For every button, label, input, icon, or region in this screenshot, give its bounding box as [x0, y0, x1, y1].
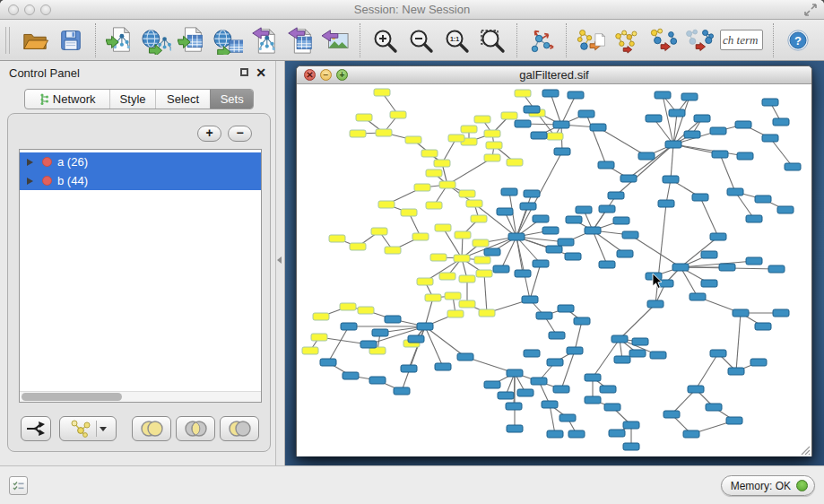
graph-node-yellow[interactable]	[473, 239, 489, 247]
graph-node-blue[interactable]	[553, 386, 569, 393]
graph-node-blue[interactable]	[507, 425, 523, 432]
graph-node-blue[interactable]	[664, 411, 680, 418]
graph-node-blue[interactable]	[726, 417, 742, 424]
graph-node-blue[interactable]	[520, 203, 536, 210]
graph-node-blue[interactable]	[746, 257, 762, 265]
graph-node-yellow[interactable]	[439, 273, 455, 280]
graph-node-blue[interactable]	[733, 309, 749, 317]
graph-node-blue[interactable]	[777, 206, 794, 213]
close-panel-icon[interactable]: ✕	[256, 65, 266, 80]
graph-node-blue[interactable]	[517, 389, 533, 396]
graph-node-blue[interactable]	[785, 163, 801, 170]
graph-node-blue[interactable]	[522, 296, 538, 303]
graph-node-yellow[interactable]	[448, 135, 464, 142]
graph-node-blue[interactable]	[617, 250, 633, 257]
graph-node-blue[interactable]	[394, 387, 410, 395]
graph-node-yellow[interactable]	[501, 112, 517, 119]
graph-node-blue[interactable]	[727, 188, 743, 196]
graph-node-blue[interactable]	[558, 305, 574, 312]
graph-node-yellow[interactable]	[401, 209, 417, 216]
set-list-item[interactable]: b (44)	[20, 171, 261, 190]
graph-edge[interactable]	[671, 144, 673, 179]
zoom-fit-selected-button[interactable]	[474, 22, 510, 58]
graph-node-blue[interactable]	[553, 121, 569, 128]
graph-node-yellow[interactable]	[454, 255, 470, 262]
graph-node-blue[interactable]	[435, 363, 451, 370]
help-button[interactable]: ?	[780, 22, 816, 58]
graph-node-blue[interactable]	[611, 335, 628, 343]
graph-node-blue[interactable]	[542, 227, 559, 234]
graph-node-blue[interactable]	[609, 430, 625, 437]
graph-node-yellow[interactable]	[378, 201, 395, 208]
graph-node-blue[interactable]	[547, 359, 563, 366]
graph-node-blue[interactable]	[762, 99, 778, 106]
splitter-collapse-arrow[interactable]	[277, 256, 282, 264]
tab-style[interactable]: Style	[109, 90, 155, 109]
graph-node-blue[interactable]	[554, 148, 570, 155]
horizontal-scrollbar[interactable]	[20, 391, 261, 402]
graph-node-blue[interactable]	[683, 430, 699, 438]
graph-node-blue[interactable]	[568, 91, 584, 99]
graph-edge[interactable]	[447, 158, 492, 185]
graph-node-blue[interactable]	[484, 248, 500, 256]
graph-edge[interactable]	[700, 197, 718, 237]
graph-node-blue[interactable]	[585, 374, 601, 381]
graph-node-blue[interactable]	[773, 118, 789, 126]
graph-node-yellow[interactable]	[390, 111, 406, 118]
network-frame[interactable]: ✕ − + galFiltered.sif	[296, 65, 812, 456]
graph-edge[interactable]	[328, 326, 349, 362]
graph-edge[interactable]	[425, 326, 443, 367]
graph-node-blue[interactable]	[341, 323, 357, 330]
graph-node-yellow[interactable]	[350, 243, 366, 250]
graph-node-yellow[interactable]	[414, 184, 430, 191]
graph-node-blue[interactable]	[768, 265, 785, 273]
graph-node-yellow[interactable]	[356, 114, 372, 121]
graph-node-yellow[interactable]	[461, 126, 477, 133]
difference-sets-button[interactable]	[220, 416, 259, 441]
graph-node-yellow[interactable]	[459, 190, 475, 197]
graph-node-blue[interactable]	[710, 350, 726, 357]
export-image-button[interactable]	[317, 22, 353, 58]
graph-node-yellow[interactable]	[434, 160, 450, 167]
graph-node-blue[interactable]	[647, 300, 664, 308]
apply-layout-button[interactable]	[524, 22, 559, 58]
graph-node-yellow[interactable]	[426, 169, 442, 177]
graph-node-yellow[interactable]	[376, 129, 392, 136]
graph-node-yellow[interactable]	[479, 309, 495, 317]
graph-node-blue[interactable]	[650, 352, 666, 359]
graph-node-blue[interactable]	[566, 216, 582, 223]
graph-node-yellow[interactable]	[507, 159, 523, 166]
graph-node-yellow[interactable]	[515, 90, 531, 97]
graph-node-blue[interactable]	[360, 341, 377, 348]
import-network-file-button[interactable]	[102, 22, 138, 58]
graph-node-yellow[interactable]	[302, 347, 318, 354]
tab-select[interactable]: Select	[155, 90, 211, 109]
graph-node-blue[interactable]	[574, 317, 590, 325]
split-set-button[interactable]	[21, 416, 51, 441]
toolbar-grip[interactable]	[5, 27, 10, 54]
graph-node-blue[interactable]	[536, 312, 552, 319]
graph-node-blue[interactable]	[401, 365, 417, 372]
graph-node-blue[interactable]	[498, 392, 514, 399]
select-nodes-button[interactable]	[609, 22, 645, 58]
export-network-button[interactable]	[246, 22, 282, 58]
task-history-button[interactable]	[9, 476, 28, 495]
network-graph[interactable]	[297, 84, 811, 456]
union-sets-button[interactable]	[132, 416, 171, 441]
graph-node-blue[interactable]	[665, 141, 681, 148]
graph-node-yellow[interactable]	[421, 150, 438, 157]
graph-node-yellow[interactable]	[417, 278, 433, 285]
graph-node-blue[interactable]	[567, 347, 583, 354]
graph-node-blue[interactable]	[755, 323, 771, 330]
expand-triangle-icon[interactable]	[27, 178, 33, 185]
graph-node-blue[interactable]	[658, 200, 674, 207]
graph-node-yellow[interactable]	[547, 133, 563, 140]
graph-node-blue[interactable]	[524, 190, 540, 197]
graph-node-blue[interactable]	[598, 161, 614, 169]
graph-edge[interactable]	[561, 351, 575, 389]
chevron-down-icon[interactable]	[100, 427, 107, 431]
graph-node-yellow[interactable]	[350, 130, 366, 137]
graph-edge[interactable]	[575, 321, 582, 351]
graph-node-blue[interactable]	[565, 253, 581, 260]
graph-node-blue[interactable]	[385, 316, 401, 323]
